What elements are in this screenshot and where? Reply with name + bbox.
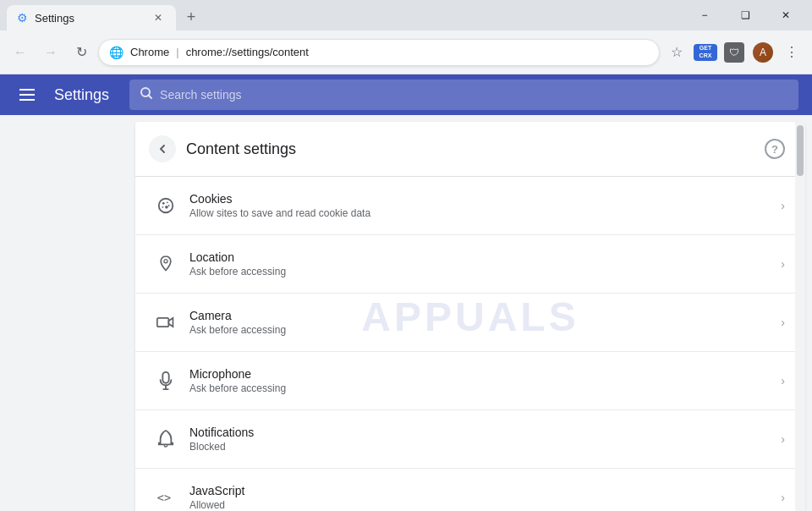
svg-point-9 <box>165 206 168 209</box>
notifications-icon <box>149 422 183 456</box>
microphone-item[interactable]: Microphone Ask before accessing › <box>135 352 805 410</box>
cookies-icon <box>149 189 183 223</box>
scrollbar-thumb[interactable] <box>797 125 804 176</box>
hamburger-menu[interactable] <box>14 81 41 108</box>
title-bar: ⚙ Settings ✕ + − ❑ ✕ <box>0 0 812 30</box>
content-area: APPUALS Content settings ? <box>135 122 805 511</box>
address-separator: | <box>176 46 178 58</box>
navigation-bar: ← → ↻ 🌐 Chrome | chrome://settings/conte… <box>0 30 812 74</box>
address-bar[interactable]: 🌐 Chrome | chrome://settings/content <box>98 39 660 66</box>
settings-header: Settings <box>0 74 812 115</box>
javascript-chevron: › <box>781 491 785 504</box>
cookies-title: Cookies <box>189 192 781 206</box>
cookies-chevron: › <box>781 199 785 212</box>
window-controls: − ❑ ✕ <box>685 3 805 27</box>
javascript-text: JavaScript Allowed <box>189 484 781 511</box>
camera-subtitle: Ask before accessing <box>189 324 781 336</box>
minimize-button[interactable]: − <box>685 3 724 27</box>
svg-point-8 <box>162 206 163 208</box>
svg-rect-0 <box>19 89 35 91</box>
settings-page-title: Settings <box>54 86 109 104</box>
svg-point-7 <box>167 201 168 203</box>
extension-icon[interactable]: GETCRX <box>692 39 719 66</box>
browser-tab[interactable]: ⚙ Settings ✕ <box>7 5 176 30</box>
javascript-icon: <> <box>149 481 183 511</box>
svg-rect-13 <box>162 372 168 383</box>
new-tab-button[interactable]: + <box>179 5 203 29</box>
camera-icon <box>149 305 183 339</box>
microphone-title: Microphone <box>189 367 781 381</box>
notifications-chevron: › <box>781 432 785 446</box>
avatar: A <box>753 42 773 63</box>
location-chevron: › <box>781 257 785 271</box>
tab-close-button[interactable]: ✕ <box>151 10 166 25</box>
back-button[interactable]: ← <box>7 39 34 66</box>
maximize-button[interactable]: ❑ <box>726 3 765 27</box>
profile-button[interactable]: A <box>749 39 776 66</box>
settings-search-bar[interactable] <box>129 80 798 110</box>
svg-rect-1 <box>19 94 35 96</box>
location-title: Location <box>189 250 781 264</box>
nav-right-controls: ☆ GETCRX 🛡 A ⋮ <box>663 39 805 66</box>
svg-text:<>: <> <box>157 491 171 504</box>
notifications-subtitle: Blocked <box>189 441 781 453</box>
forward-button[interactable]: → <box>37 39 64 66</box>
camera-chevron: › <box>781 316 785 329</box>
content-title: Content settings <box>186 140 296 158</box>
close-button[interactable]: ✕ <box>766 3 805 27</box>
svg-line-4 <box>149 96 152 99</box>
microphone-text: Microphone Ask before accessing <box>189 367 781 394</box>
svg-point-10 <box>168 205 170 206</box>
sidebar <box>0 115 135 511</box>
javascript-item[interactable]: <> JavaScript Allowed › <box>135 469 805 511</box>
help-button[interactable]: ? <box>765 139 785 159</box>
camera-title: Camera <box>189 309 781 322</box>
content-header-left: Content settings <box>149 135 296 162</box>
cookies-subtitle: Allow sites to save and read cookie data <box>189 207 781 219</box>
microphone-chevron: › <box>781 374 785 387</box>
camera-item[interactable]: Camera Ask before accessing › <box>135 294 805 352</box>
notifications-item[interactable]: Notifications Blocked › <box>135 410 805 469</box>
tab-title: Settings <box>35 12 144 25</box>
javascript-subtitle: Allowed <box>189 499 781 511</box>
svg-point-11 <box>164 260 167 263</box>
reload-button[interactable]: ↻ <box>68 39 95 66</box>
shield-badge: 🛡 <box>724 42 744 63</box>
main-container: APPUALS Content settings ? <box>0 115 812 511</box>
location-item[interactable]: Location Ask before accessing › <box>135 235 805 294</box>
notifications-title: Notifications <box>189 426 781 439</box>
crx-badge: GETCRX <box>694 44 717 61</box>
notifications-text: Notifications Blocked <box>189 426 781 453</box>
location-icon <box>149 247 183 281</box>
content-header: Content settings ? <box>135 122 805 177</box>
microphone-subtitle: Ask before accessing <box>189 382 781 394</box>
chrome-menu-button[interactable]: ⋮ <box>778 39 805 66</box>
svg-rect-2 <box>19 99 35 101</box>
site-favicon: 🌐 <box>109 46 123 59</box>
content-back-button[interactable] <box>149 135 176 162</box>
bookmark-button[interactable]: ☆ <box>663 39 690 66</box>
site-name: Chrome <box>130 46 169 58</box>
shield-icon[interactable]: 🛡 <box>721 39 748 66</box>
cookies-item[interactable]: Cookies Allow sites to save and read coo… <box>135 177 805 235</box>
svg-point-6 <box>162 202 165 205</box>
settings-items-list: Cookies Allow sites to save and read coo… <box>135 177 805 511</box>
camera-text: Camera Ask before accessing <box>189 309 781 336</box>
location-subtitle: Ask before accessing <box>189 266 781 277</box>
cookies-text: Cookies Allow sites to save and read coo… <box>189 192 781 219</box>
search-icon <box>140 86 153 103</box>
address-url: chrome://settings/content <box>186 46 649 58</box>
scrollbar-track[interactable] <box>795 122 805 511</box>
javascript-title: JavaScript <box>189 484 781 497</box>
search-input[interactable] <box>160 88 788 102</box>
location-text: Location Ask before accessing <box>189 250 781 277</box>
svg-point-5 <box>159 199 173 213</box>
tab-favicon: ⚙ <box>17 11 28 25</box>
svg-rect-12 <box>157 318 169 327</box>
microphone-icon <box>149 364 183 398</box>
